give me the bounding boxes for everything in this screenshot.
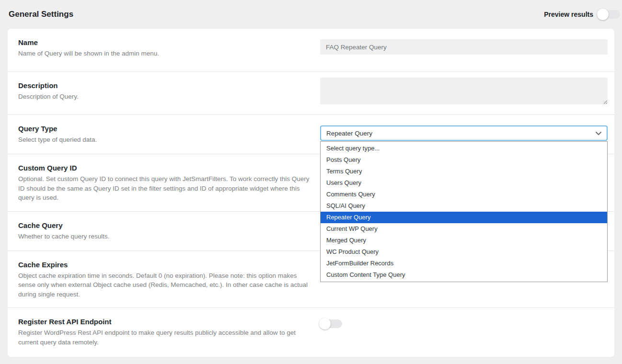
- setting-row-name: Name Name of Query will be shown in the …: [8, 29, 614, 72]
- setting-row-left: Name Name of Query will be shown in the …: [18, 38, 311, 63]
- setting-row-register-rest-api: Register Rest API Endpoint Register Word…: [8, 308, 614, 357]
- custom-query-id-label: Custom Query ID: [18, 164, 311, 172]
- query-type-dropdown: Select query type... Posts Query Terms Q…: [320, 141, 608, 282]
- query-type-option[interactable]: SQL/AI Query: [321, 200, 607, 212]
- description-description: Description of Query.: [18, 92, 311, 102]
- preview-results-toggle[interactable]: [598, 10, 620, 19]
- cache-query-description: Whether to cache query results.: [18, 232, 311, 241]
- cache-expires-label: Cache Expires: [18, 261, 311, 269]
- toggle-knob: [597, 9, 609, 20]
- setting-row-left: Custom Query ID Optional. Set custom Que…: [18, 164, 311, 203]
- setting-row-right: [320, 38, 608, 63]
- query-type-option[interactable]: JetFormBuilder Records: [321, 258, 607, 269]
- query-type-option[interactable]: Posts Query: [321, 154, 607, 166]
- page-title: General Settings: [9, 10, 73, 19]
- custom-query-id-description: Optional. Set custom Query ID to connect…: [18, 174, 311, 203]
- cache-query-label: Cache Query: [18, 221, 311, 229]
- query-type-option[interactable]: Users Query: [321, 177, 607, 189]
- register-rest-api-description: Register WordPress Rest API endpoint to …: [18, 328, 311, 347]
- setting-row-right: [320, 318, 608, 348]
- query-type-option[interactable]: Merged Query: [321, 235, 607, 246]
- name-label: Name: [18, 38, 311, 46]
- query-type-selected-value: Repeater Query: [326, 130, 372, 137]
- setting-row-right: [320, 81, 608, 106]
- setting-row-query-type: Query Type Select type of queried data. …: [8, 115, 614, 154]
- setting-row-description: Description Description of Query.: [8, 72, 614, 115]
- query-type-option[interactable]: Custom Content Type Query: [321, 269, 607, 281]
- query-type-option[interactable]: Comments Query: [321, 189, 607, 200]
- cache-expires-description: Object cache expiration time in seconds.…: [18, 271, 311, 299]
- setting-row-right: Repeater Query Select query type... Post…: [320, 125, 608, 145]
- query-type-option[interactable]: WC Product Query: [321, 246, 607, 258]
- query-type-option[interactable]: Current WP Query: [321, 223, 607, 235]
- setting-row-left: Register Rest API Endpoint Register Word…: [18, 318, 311, 348]
- chevron-down-icon: [595, 131, 602, 136]
- page-bottom-gap: [0, 357, 622, 364]
- query-type-description: Select type of queried data.: [18, 135, 311, 145]
- setting-row-left: Cache Expires Object cache expiration ti…: [18, 261, 311, 299]
- setting-row-left: Description Description of Query.: [18, 81, 311, 106]
- preview-results-label: Preview results: [544, 11, 593, 18]
- description-textarea[interactable]: [320, 78, 608, 104]
- register-rest-api-label: Register Rest API Endpoint: [18, 318, 311, 326]
- page-header: General Settings Preview results: [0, 0, 622, 29]
- setting-row-left: Query Type Select type of queried data.: [18, 125, 311, 145]
- register-rest-api-toggle[interactable]: [320, 319, 342, 328]
- description-label: Description: [18, 81, 311, 90]
- general-settings-card: Name Name of Query will be shown in the …: [8, 29, 614, 357]
- query-type-select[interactable]: Repeater Query: [320, 125, 608, 141]
- setting-row-left: Cache Query Whether to cache query resul…: [18, 221, 311, 242]
- query-type-label: Query Type: [18, 125, 311, 133]
- query-type-option[interactable]: Select query type...: [321, 143, 607, 154]
- query-type-option[interactable]: Repeater Query: [321, 212, 607, 223]
- query-type-option[interactable]: Terms Query: [321, 166, 607, 177]
- name-input[interactable]: [320, 39, 608, 55]
- preview-results-control: Preview results: [544, 10, 620, 19]
- name-description: Name of Query will be shown in the admin…: [18, 49, 311, 58]
